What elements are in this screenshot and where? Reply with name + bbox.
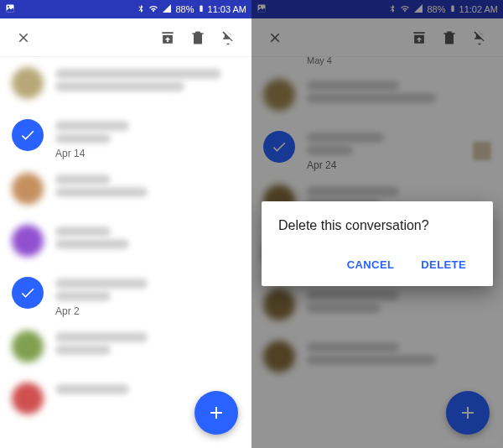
list-item-selected[interactable]: Apr 24 [252, 124, 503, 178]
app-bar [252, 18, 503, 57]
list-item-selected[interactable]: Apr 2 [0, 270, 252, 324]
list-item[interactable] [0, 218, 252, 270]
battery-icon [198, 3, 205, 15]
bluetooth-icon [137, 4, 145, 14]
wifi-icon [148, 3, 158, 15]
conversation-date: Apr 24 [307, 159, 461, 171]
app-bar [0, 18, 252, 57]
list-item[interactable] [0, 166, 252, 218]
phone-screenshot-left: 88% 11:03 AM [0, 0, 252, 448]
avatar [12, 173, 44, 205]
list-item-selected[interactable]: Apr 14 [0, 112, 252, 166]
mute-button[interactable] [213, 23, 243, 53]
bluetooth-icon [388, 4, 397, 14]
clock-time: 11:02 AM [459, 4, 498, 14]
section-date: May 4 [252, 55, 503, 65]
svg-point-3 [259, 6, 261, 8]
attachment-thumbnail [473, 142, 491, 160]
list-item[interactable] [252, 282, 503, 334]
list-item[interactable] [252, 334, 503, 386]
signal-icon [162, 3, 172, 15]
conversation-list: Apr 14 [0, 57, 252, 428]
avatar [263, 289, 295, 320]
delete-confirm-button[interactable]: Delete [411, 250, 476, 279]
clock-time: 11:03 AM [208, 4, 246, 14]
status-bar: 88% 11:02 AM [252, 0, 503, 18]
list-item[interactable] [0, 60, 252, 112]
avatar [12, 67, 44, 99]
avatar [12, 225, 44, 257]
cancel-button[interactable]: Cancel [337, 250, 405, 279]
phone-screenshot-right: 88% 11:02 AM May 4 [252, 0, 503, 448]
list-item[interactable] [252, 72, 503, 124]
checkmark-icon [263, 131, 295, 163]
compose-fab[interactable] [194, 391, 238, 435]
svg-point-1 [8, 6, 9, 8]
signal-icon [413, 3, 423, 15]
avatar [12, 331, 44, 362]
archive-button[interactable] [404, 23, 434, 53]
status-bar: 88% 11:03 AM [0, 0, 252, 18]
conversation-date: Apr 14 [55, 148, 240, 159]
checkmark-icon [12, 119, 44, 151]
avatar [12, 383, 44, 414]
battery-percent: 88% [427, 4, 445, 14]
list-item[interactable] [0, 324, 252, 376]
wifi-icon [400, 3, 410, 15]
compose-fab[interactable] [446, 391, 490, 435]
dialog-title: Delete this conversation? [278, 218, 476, 233]
battery-icon [449, 3, 456, 15]
archive-button[interactable] [153, 23, 183, 53]
mute-button[interactable] [464, 23, 495, 53]
battery-percent: 88% [175, 4, 194, 14]
gallery-status-icon [5, 3, 15, 15]
close-button[interactable] [8, 23, 39, 53]
conversation-date: Apr 2 [55, 305, 240, 317]
gallery-status-icon [257, 3, 267, 15]
delete-button[interactable] [183, 23, 213, 53]
close-button[interactable] [260, 23, 290, 53]
delete-confirm-dialog: Delete this conversation? Cancel Delete [262, 201, 493, 286]
watermark: www.deuao.com [444, 438, 500, 446]
avatar [263, 79, 295, 111]
checkmark-icon [12, 277, 44, 309]
delete-button[interactable] [434, 23, 464, 53]
avatar [263, 341, 295, 372]
